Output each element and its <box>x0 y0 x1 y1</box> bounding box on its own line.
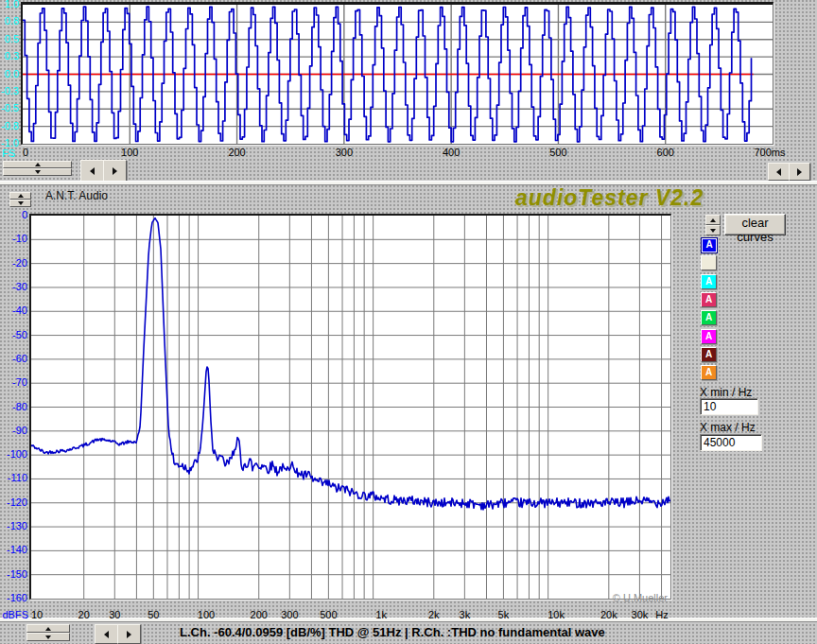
osc-y-tick-label: 0.3 <box>0 50 19 62</box>
oscilloscope-plot <box>21 2 774 145</box>
spec-y-tick-label: -100 <box>0 448 27 461</box>
spec-x-tick-label: 300 <box>281 609 298 621</box>
curve-select-spinner[interactable] <box>705 215 721 235</box>
spec-x-tick-label: 3k <box>460 609 471 621</box>
xmax-input[interactable] <box>700 434 762 451</box>
curve-color-button-7[interactable]: A <box>701 347 717 362</box>
osc-x-tick-label: 300 <box>336 147 353 159</box>
spec-y-tick-label: -80 <box>0 401 27 413</box>
osc-y-tick-label: -0.5 <box>0 102 19 114</box>
spec-y-tick-label: -30 <box>0 281 27 293</box>
osc-x-end-label: 700ms <box>754 147 785 159</box>
spec-x-tick-label: 50 <box>148 609 159 621</box>
spec-y-tick-label: -150 <box>0 568 27 581</box>
thd-measurement-text: L.Ch. -60.4/0.0959 [dB/%] THD @ 51Hz | R… <box>180 625 605 639</box>
curve-color-button-5[interactable]: A <box>701 310 717 325</box>
osc-y-unit-label: FS <box>2 148 15 160</box>
osc-y-tick-label: -0.8 <box>0 120 19 132</box>
spec-y-tick-label: -60 <box>0 353 27 365</box>
scroll-right-button-right-side[interactable] <box>789 163 810 181</box>
spec-y-tick-label: -70 <box>0 376 27 389</box>
osc-x-tick-label: 500 <box>549 147 566 159</box>
osc-x-tick-label: 600 <box>657 147 674 159</box>
spec-x-tick-label: 500 <box>320 609 337 621</box>
oscilloscope-waveform <box>23 5 773 144</box>
panel-divider-bottom <box>0 618 817 622</box>
spec-y-tick-label: -130 <box>0 520 27 532</box>
spec-x-unit-label: Hz <box>655 609 668 621</box>
app-logo: audioTester V2.2 <box>515 185 704 211</box>
spec-x-tick-label: 100 <box>198 609 215 621</box>
spec-y-tick-label: -50 <box>0 329 27 341</box>
left-arrow-icon <box>104 631 109 638</box>
spec-y-unit-label: dBFS <box>0 609 28 621</box>
spec-x-tick-label: 1k <box>375 609 387 621</box>
up-arrow-icon[interactable] <box>705 215 721 225</box>
osc-y-tick-label: -0.3 <box>0 85 19 97</box>
spec-x-tick-label: 20 <box>78 609 90 621</box>
xmax-label: X max / Hz <box>700 422 756 434</box>
osc-y-tick-label: 0.8 <box>0 15 19 27</box>
left-arrow-icon <box>90 167 95 175</box>
vendor-label: A.N.T. Audio <box>45 189 108 202</box>
curve-color-button-2[interactable] <box>701 255 717 270</box>
spec-y-tick-label: -140 <box>0 544 27 556</box>
clear-curves-button[interactable]: clear curves <box>724 214 786 235</box>
scroll-left-button-right-side[interactable] <box>768 163 790 181</box>
spectrum-curve <box>31 216 670 599</box>
scroll-right-button[interactable] <box>103 160 127 182</box>
status-scroll-left-button[interactable] <box>95 624 118 644</box>
right-arrow-icon <box>113 167 117 175</box>
curve-color-button-3[interactable]: A <box>701 274 717 289</box>
left-arrow-icon <box>776 168 781 176</box>
curve-color-button-1[interactable]: A <box>701 237 718 253</box>
spectrum-plot <box>29 214 671 600</box>
down-arrow-icon[interactable] <box>9 200 31 207</box>
spec-y-tick-label: 0 <box>0 209 27 221</box>
curve-color-button-6[interactable]: A <box>701 329 717 344</box>
right-arrow-icon <box>797 168 802 176</box>
status-spinner[interactable] <box>26 624 70 641</box>
curve-color-button-4[interactable]: A <box>701 292 717 307</box>
osc-x-tick-label: 100 <box>121 147 138 159</box>
spec-y-tick-label: -10 <box>0 233 27 245</box>
spec-y-tick-label: -120 <box>0 496 27 509</box>
spec-x-tick-label: 10 <box>31 609 43 621</box>
status-scroll-right-button[interactable] <box>117 624 141 644</box>
audiotester-window: A.N.T. Audio audioTester V2.2 © U.Muelle… <box>0 0 817 644</box>
scroll-left-button[interactable] <box>80 160 104 182</box>
spec-x-tick-label: 30k <box>632 609 649 621</box>
up-arrow-icon[interactable] <box>26 624 70 633</box>
osc-x-tick-label: 400 <box>443 147 460 159</box>
spec-x-tick-label: 20k <box>600 609 617 621</box>
up-arrow-icon[interactable] <box>9 192 31 200</box>
spec-x-tick-label: 30 <box>109 609 120 621</box>
spec-y-tick-label: -20 <box>0 257 27 270</box>
down-arrow-icon[interactable] <box>3 168 72 176</box>
osc-x-tick-label: 200 <box>228 147 245 159</box>
spec-y-tick-label: -160 <box>0 592 27 604</box>
copyright-watermark: © U.Mueller <box>605 592 668 603</box>
osc-y-tick-label: 1.0 <box>0 0 19 10</box>
osc-x-tick-label: 0 <box>23 147 28 159</box>
spec-x-tick-label: 10k <box>548 609 565 621</box>
spec-y-tick-label: -90 <box>0 425 27 437</box>
osc-y-tick-label: 0.5 <box>0 33 19 45</box>
down-arrow-icon[interactable] <box>705 225 721 235</box>
down-arrow-icon[interactable] <box>26 633 70 641</box>
spec-y-tick-label: -40 <box>0 305 27 317</box>
spec-x-tick-label: 5k <box>498 609 510 621</box>
spec-x-tick-label: 200 <box>251 609 268 621</box>
time-zoom-spinner[interactable] <box>3 161 72 176</box>
spec-y-tick-label: -110 <box>0 472 27 484</box>
xmin-input[interactable] <box>700 398 758 415</box>
up-arrow-icon[interactable] <box>3 161 72 168</box>
osc-y-tick-label: 0.0 <box>0 68 19 80</box>
curve-color-button-8[interactable]: A <box>701 365 717 380</box>
spectrum-zoom-spinner[interactable] <box>9 192 31 207</box>
right-arrow-icon <box>127 631 131 638</box>
spec-x-tick-label: 2k <box>428 609 440 621</box>
